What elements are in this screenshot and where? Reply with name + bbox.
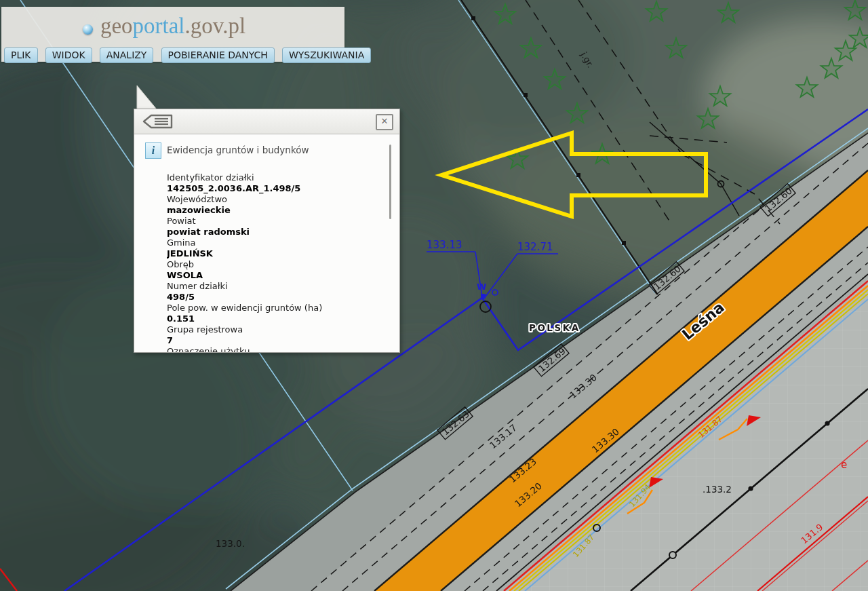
field-label: Powiat: [167, 216, 390, 227]
info-icon: i: [145, 142, 161, 159]
field-label: Województwo: [167, 194, 390, 205]
menu-item-wyszukiwania[interactable]: WYSZUKIWANIA: [282, 47, 371, 63]
polska-label: POLSKA: [529, 322, 580, 333]
geoportal-logo[interactable]: geoportal.gov.pl: [1, 14, 344, 39]
field-label: Grupa rejestrowa: [167, 324, 390, 335]
elevation-label: 133.0.: [216, 538, 245, 549]
field-value: mazowieckie: [167, 205, 390, 216]
popup-scrollbar[interactable]: [389, 145, 391, 219]
power-line-label: e: [841, 459, 847, 471]
field-label: Gmina: [167, 237, 390, 248]
elevation-label-blue: 132.71: [517, 241, 553, 253]
field-label: Obręb: [167, 259, 390, 270]
field-value: powiat radomski: [167, 227, 390, 237]
water-symbol-label: W: [477, 282, 486, 292]
field-value: 498/5: [167, 292, 390, 303]
popup-header: ✕: [134, 109, 399, 134]
parcel-attributes: Identyfikator działki 142505_2.0036.AR_1…: [167, 172, 390, 352]
field-label: Numer działki: [167, 281, 390, 292]
header-panel: geoportal.gov.pl PLIK WIDOK ANALIZY POBI…: [1, 7, 344, 62]
main-menu: PLIK WIDOK ANALIZY POBIERANIE DANYCH WYS…: [2, 47, 373, 65]
close-icon[interactable]: ✕: [376, 114, 393, 130]
field-label: Pole pow. w ewidencji gruntów (ha): [167, 303, 390, 313]
list-icon: [155, 119, 168, 124]
feature-info-popup: ✕ i Ewidencja gruntów i budynków Identyf…: [134, 109, 400, 353]
elevation-label-blue: 133.13: [427, 239, 462, 251]
popup-title-row: i Ewidencja gruntów i budynków: [145, 142, 386, 159]
field-value: JEDLIŃSK: [167, 248, 390, 259]
map-canvas[interactable]: 133.13 132.71 W 132.60 132.60 132.69 132…: [0, 0, 868, 591]
menu-item-pobieranie-danych[interactable]: POBIERANIE DANYCH: [161, 47, 275, 63]
field-label: Oznaczenie użytku: [167, 346, 390, 352]
back-to-list-button[interactable]: [142, 113, 174, 130]
field-value: 0.151: [167, 313, 390, 324]
logo-text-geo: geo: [100, 14, 133, 38]
menu-item-widok[interactable]: WIDOK: [45, 47, 92, 63]
geoportal-app: 133.13 132.71 W 132.60 132.60 132.69 132…: [0, 0, 868, 591]
menu-item-plik[interactable]: PLIK: [4, 47, 38, 63]
elevation-label: .133.2: [703, 484, 732, 495]
field-value: 7: [167, 335, 390, 346]
field-label: Identyfikator działki: [167, 172, 390, 183]
menu-item-analizy[interactable]: ANALIZY: [100, 47, 154, 63]
popup-title: Ewidencja gruntów i budynków: [167, 145, 309, 155]
field-value: WSOLA: [167, 270, 390, 281]
logo-globe-icon: [83, 24, 93, 35]
field-value: 142505_2.0036.AR_1.498/5: [167, 183, 390, 194]
logo-text-govpl: .gov.pl: [185, 14, 246, 38]
logo-text-portal: portal: [133, 14, 185, 38]
